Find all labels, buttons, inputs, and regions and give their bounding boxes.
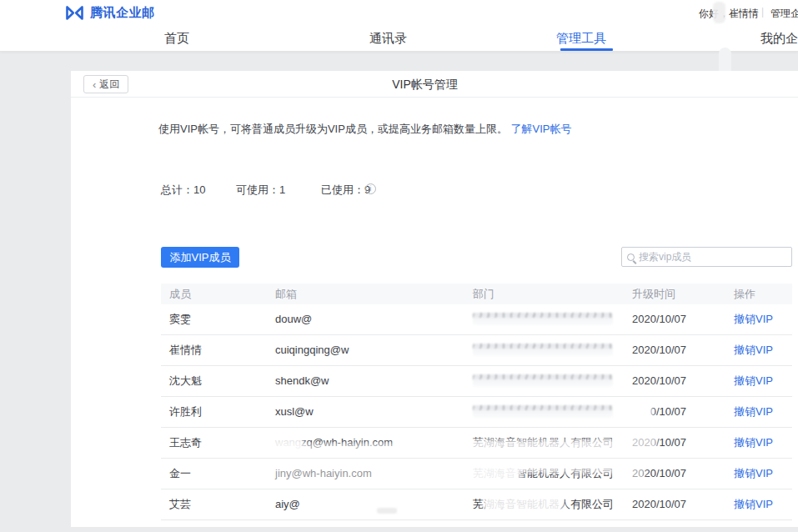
- member-email: wangzq@wh-haiyin.com: [275, 428, 442, 458]
- header-upgrade-time: 升级时间: [632, 284, 675, 304]
- search-icon: [627, 253, 635, 261]
- exmail-vip-management-screen: 腾讯企业邮 你好，崔情情 | 管理企 首页 通讯录 管理工具 我的企业 ‹ 返回…: [0, 0, 798, 532]
- stat-available: 可使用：1: [236, 183, 285, 198]
- member-department: 芜湖海音智能机器人有限公司: [473, 489, 627, 519]
- back-chevron-icon: ‹: [93, 79, 96, 90]
- member-department: 芜湖海音智能机器人有限公司: [473, 459, 627, 489]
- table-header: 成员 邮箱 部门 升级时间 操作: [161, 284, 792, 304]
- upgrade-date: 2020/10/07: [632, 366, 724, 396]
- header-email: 邮箱: [275, 284, 297, 304]
- page-title: VIP帐号管理: [356, 78, 494, 93]
- member-email: aiy@: [275, 489, 442, 519]
- header-department: 部门: [473, 284, 494, 304]
- header-member: 成员: [169, 284, 191, 304]
- upgrade-date: 2020/10/07: [632, 304, 724, 334]
- header-action: 操作: [734, 284, 755, 304]
- upgrade-date: 2020/10/07: [632, 397, 724, 427]
- redaction-smudge: [473, 405, 613, 418]
- top-chrome: 腾讯企业邮 你好，崔情情 | 管理企 首页 通讯录 管理工具 我的企业: [0, 0, 798, 52]
- brand-name: 腾讯企业邮: [90, 5, 155, 21]
- revoke-vip-link[interactable]: 撤销VIP: [734, 344, 773, 356]
- upgrade-date: 2020/10/07: [632, 428, 724, 458]
- manage-enterprise-link[interactable]: 管理企: [770, 7, 798, 21]
- tab-admin-tools[interactable]: 管理工具: [556, 31, 606, 47]
- table-row: 崔情情 cuiqingqing@w 2020/10/07 撤销VIP: [161, 335, 792, 366]
- stat-total: 总计：10: [161, 183, 205, 198]
- revoke-vip-link[interactable]: 撤销VIP: [734, 498, 773, 510]
- table-row: 沈大魁 shendk@w 2020/10/07 撤销VIP: [161, 366, 792, 397]
- info-icon[interactable]: i: [365, 183, 376, 194]
- member-name: 沈大魁: [169, 366, 202, 396]
- member-name: 窦雯: [169, 304, 191, 334]
- card-header-divider: [71, 97, 798, 98]
- member-email: cuiqingqing@w: [275, 335, 442, 365]
- member-name: 许胜利: [169, 397, 202, 427]
- topbar-separator: |: [761, 6, 764, 18]
- revoke-vip-link[interactable]: 撤销VIP: [734, 405, 773, 418]
- search-box[interactable]: [621, 247, 792, 267]
- member-name: 艾芸: [169, 489, 191, 519]
- table-row: 艾芸 aiy@ 芜湖海音智能机器人有限公司 2020/10/07 撤销VIP: [161, 489, 792, 520]
- table-row: 许胜利 xusl@w 2020/10/07 撤销VIP: [161, 397, 792, 428]
- active-tab-underline: [560, 48, 613, 51]
- stat-used: 已使用：9: [321, 183, 370, 198]
- table-row: 金一 jiny@wh-haiyin.com 芜湖海音智能机器人有限公司 2020…: [161, 459, 792, 489]
- description-text: 使用VIP帐号，可将普通成员升级为VIP成员，或提高业务邮箱数量上限。: [158, 123, 508, 135]
- search-input[interactable]: [639, 251, 786, 263]
- back-button[interactable]: ‹ 返回: [83, 75, 128, 93]
- revoke-vip-link[interactable]: 撤销VIP: [734, 467, 773, 479]
- member-email: douw@: [275, 304, 442, 334]
- upgrade-date: 2020/10/07: [632, 335, 724, 365]
- member-email: jiny@wh-haiyin.com: [275, 459, 442, 489]
- redaction-smudge: [473, 374, 613, 387]
- tab-contacts[interactable]: 通讯录: [369, 31, 407, 47]
- exmail-logo-icon: [65, 4, 84, 22]
- upgrade-date: 2020/10/07: [632, 489, 724, 519]
- member-department: 芜湖海音智能机器人有限公司: [473, 428, 627, 458]
- user-greeting: 你好，崔情情: [699, 7, 759, 21]
- page-description: 使用VIP帐号，可将普通成员升级为VIP成员，或提高业务邮箱数量上限。 了解VI…: [158, 122, 572, 137]
- add-vip-member-button[interactable]: 添加VIP成员: [161, 247, 239, 268]
- upgrade-date: 2020/10/07: [632, 459, 724, 489]
- member-name: 崔情情: [169, 335, 202, 365]
- tab-my-enterprise[interactable]: 我的企业: [760, 31, 798, 47]
- revoke-vip-link[interactable]: 撤销VIP: [734, 313, 773, 325]
- redaction-smudge: [473, 344, 613, 356]
- learn-vip-link[interactable]: 了解VIP帐号: [511, 123, 572, 135]
- redaction-smudge: [377, 508, 397, 514]
- tab-home[interactable]: 首页: [164, 31, 189, 47]
- redaction-smudge: [713, 2, 725, 23]
- revoke-vip-link[interactable]: 撤销VIP: [734, 436, 773, 449]
- member-name: 金一: [169, 459, 191, 489]
- member-email: xusl@w: [275, 397, 442, 427]
- brand[interactable]: 腾讯企业邮: [65, 4, 155, 22]
- redaction-smudge: [473, 313, 613, 325]
- revoke-vip-link[interactable]: 撤销VIP: [734, 374, 773, 387]
- table-body: 窦雯 douw@ 2020/10/07 撤销VIP 崔情情 cuiqingqin…: [161, 304, 792, 520]
- table-row: 窦雯 douw@ 2020/10/07 撤销VIP: [161, 304, 792, 335]
- member-email: shendk@w: [275, 366, 442, 396]
- table-row: 王志奇 wangzq@wh-haiyin.com 芜湖海音智能机器人有限公司 2…: [161, 428, 792, 459]
- member-name: 王志奇: [169, 428, 202, 458]
- back-button-label: 返回: [99, 78, 119, 92]
